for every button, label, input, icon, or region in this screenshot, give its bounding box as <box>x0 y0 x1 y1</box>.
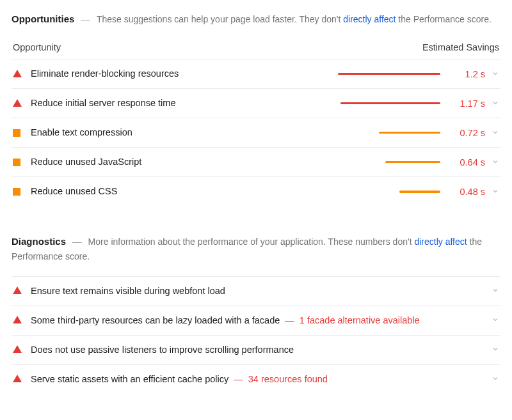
diagnostic-row[interactable]: Does not use passive listeners to improv… <box>12 335 500 364</box>
triangle-warning-icon <box>13 70 22 79</box>
opportunity-label: Eliminate render-blocking resources <box>31 67 338 81</box>
square-warning-icon <box>13 187 22 196</box>
opportunity-label: Reduce unused CSS <box>31 185 338 198</box>
diagnostic-highlight: 34 resources found <box>248 374 328 384</box>
opportunity-row[interactable]: Enable text compression0.72 s <box>12 118 500 147</box>
chevron-down-icon[interactable] <box>485 345 499 355</box>
diagnostics-list: Ensure text remains visible during webfo… <box>12 276 500 394</box>
diagnostics-desc-pre: More information about the performance o… <box>88 237 415 247</box>
triangle-warning-icon <box>13 345 22 354</box>
diagnostic-label-text: Serve static assets with an efficient ca… <box>31 374 228 384</box>
diagnostic-label: Does not use passive listeners to improv… <box>31 343 485 357</box>
savings-bar <box>399 191 440 193</box>
square-warning-icon <box>13 158 22 167</box>
opportunities-list: Eliminate render-blocking resources1.2 s… <box>12 59 500 206</box>
savings-bar-wrap <box>338 132 440 134</box>
opportunities-title: Opportunities <box>12 13 74 24</box>
triangle-warning-icon <box>13 375 22 384</box>
chevron-down-icon[interactable] <box>485 98 499 109</box>
column-opportunity: Opportunity <box>13 42 61 52</box>
chevron-down-icon[interactable] <box>485 315 499 325</box>
diagnostic-row[interactable]: Some third-party resources can be lazy l… <box>12 306 500 335</box>
diagnostic-label: Ensure text remains visible during webfo… <box>31 284 485 298</box>
opportunity-label: Reduce unused JavaScript <box>31 155 338 169</box>
savings-bar <box>340 102 440 105</box>
diagnostics-title: Diagnostics <box>12 236 66 247</box>
savings-value: 1.2 s <box>449 69 485 79</box>
opportunities-desc-post: the Performance score. <box>396 14 491 24</box>
savings-value: 0.72 s <box>449 128 485 138</box>
triangle-warning-icon <box>13 286 22 295</box>
chevron-down-icon[interactable] <box>485 374 499 384</box>
opportunity-label: Reduce initial server response time <box>31 97 338 110</box>
diagnostic-label-text: Some third-party resources can be lazy l… <box>31 315 280 325</box>
opportunities-desc-pre: These suggestions can help your page loa… <box>97 14 343 24</box>
directly-affect-link[interactable]: directly affect <box>343 14 396 24</box>
directly-affect-link[interactable]: directly affect <box>414 237 467 247</box>
opportunities-columns: Opportunity Estimated Savings <box>12 38 500 59</box>
savings-bar <box>385 161 440 164</box>
opportunity-row[interactable]: Reduce initial server response time1.17 … <box>12 88 500 118</box>
diagnostic-label: Serve static assets with an efficient ca… <box>31 373 485 386</box>
triangle-warning-icon <box>13 316 22 325</box>
triangle-warning-icon <box>13 99 22 108</box>
savings-value: 1.17 s <box>449 98 485 109</box>
highlight-dash: — <box>231 374 246 384</box>
square-warning-icon <box>13 128 22 137</box>
savings-bar-wrap <box>338 161 440 164</box>
diagnostic-row[interactable]: Ensure text remains visible during webfo… <box>12 276 500 306</box>
savings-bar-wrap <box>338 73 440 75</box>
chevron-down-icon[interactable] <box>485 69 499 79</box>
savings-value: 0.48 s <box>449 187 485 197</box>
opportunity-row[interactable]: Reduce unused JavaScript0.64 s <box>12 147 500 176</box>
chevron-down-icon[interactable] <box>485 286 499 296</box>
chevron-down-icon[interactable] <box>485 157 499 167</box>
opportunity-label: Enable text compression <box>31 126 338 139</box>
diagnostic-label-text: Ensure text remains visible during webfo… <box>31 286 225 296</box>
opportunity-row[interactable]: Eliminate render-blocking resources1.2 s <box>12 59 500 88</box>
dash-separator: — <box>68 237 86 247</box>
dash-separator: — <box>77 14 94 24</box>
opportunities-description: These suggestions can help your page loa… <box>97 14 492 24</box>
column-savings: Estimated Savings <box>422 42 499 52</box>
chevron-down-icon[interactable] <box>485 128 499 138</box>
diagnostic-label-text: Does not use passive listeners to improv… <box>31 345 294 355</box>
savings-value: 0.64 s <box>449 157 485 167</box>
savings-bar-wrap <box>338 191 440 193</box>
diagnostic-row[interactable]: Serve static assets with an efficient ca… <box>12 364 500 394</box>
chevron-down-icon[interactable] <box>485 187 499 197</box>
diagnostic-label: Some third-party resources can be lazy l… <box>31 314 485 327</box>
diagnostics-header: Diagnostics — More information about the… <box>12 234 500 264</box>
savings-bar-wrap <box>338 102 440 105</box>
opportunity-row[interactable]: Reduce unused CSS0.48 s <box>12 176 500 206</box>
opportunities-header: Opportunities — These suggestions can he… <box>12 12 500 27</box>
savings-bar <box>379 132 440 134</box>
diagnostic-highlight: 1 facade alternative available <box>300 315 420 325</box>
highlight-dash: — <box>282 315 297 325</box>
savings-bar <box>338 73 440 75</box>
